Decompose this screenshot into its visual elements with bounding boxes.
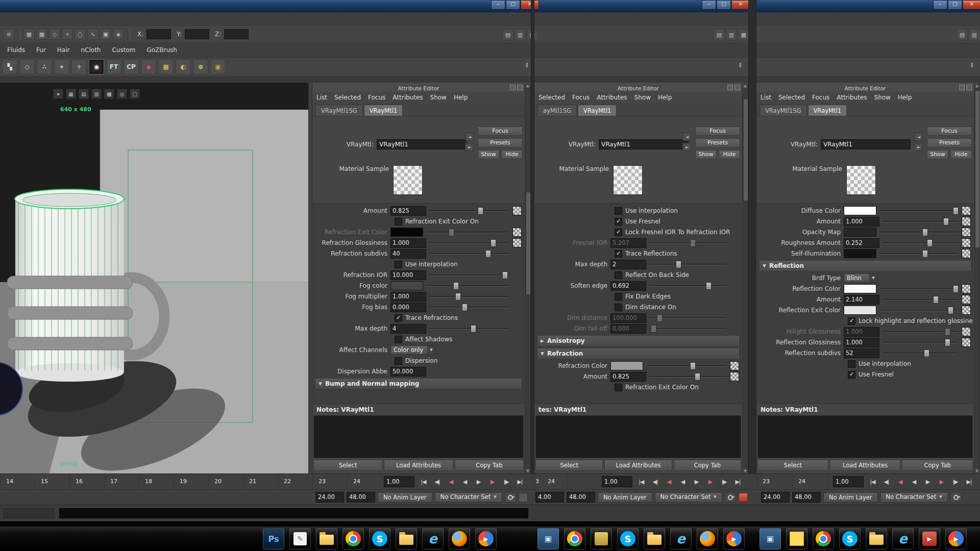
menu-help[interactable]: Help	[454, 94, 468, 101]
panel-layout-icon[interactable]: ▤	[957, 29, 968, 40]
color-swatch[interactable]	[390, 228, 423, 237]
value-field[interactable]: 1.000	[390, 238, 426, 248]
slider-handle[interactable]	[453, 282, 459, 290]
scrollbar[interactable]: ▲▼	[525, 83, 531, 473]
shelf-ft-icon[interactable]: FT	[106, 59, 121, 74]
slider[interactable]	[883, 337, 958, 347]
step-forward-key-button[interactable]: ▶	[703, 475, 717, 488]
step-back-key-button[interactable]: ◀	[444, 475, 458, 488]
panel-header[interactable]: Attribute Editor	[312, 83, 525, 92]
checkbox-refraction-exit-color-on[interactable]	[395, 218, 402, 226]
slider[interactable]	[649, 313, 726, 323]
shelf-tab-gozbrush[interactable]: GoZBrush	[141, 45, 182, 55]
go-to-end-button[interactable]: ▶|	[731, 475, 745, 488]
chrome-icon[interactable]	[813, 528, 834, 549]
viewport-toolbar-icon[interactable]: □	[130, 89, 140, 99]
notes-area[interactable]	[757, 415, 973, 458]
color-swatch[interactable]	[844, 284, 876, 293]
menu-selected[interactable]: Selected	[778, 94, 805, 101]
shelf-tab-hair[interactable]: Hair	[52, 45, 75, 55]
value-field[interactable]: 100.000	[610, 313, 646, 323]
menu-help[interactable]: Help	[658, 94, 672, 101]
scrollbar[interactable]: ▲▼	[974, 83, 980, 473]
app-icon-gold[interactable]	[591, 528, 612, 549]
load-attributes-button[interactable]: Load Attributes	[604, 460, 672, 471]
step-back-key-button[interactable]: ◀	[893, 475, 907, 488]
material-sample-swatch[interactable]	[613, 165, 643, 195]
value-field[interactable]: 2	[610, 260, 646, 269]
range-start-field[interactable]: 24.00	[761, 492, 790, 503]
panel-detach-icon[interactable]	[734, 85, 740, 90]
hide-button[interactable]: Hide	[719, 150, 740, 159]
shelf-particles-icon[interactable]: ∴	[37, 59, 52, 74]
step-forward-key-button[interactable]: ▶	[485, 475, 499, 488]
current-time-field[interactable]: 1.00	[384, 476, 414, 487]
slider-handle[interactable]	[485, 250, 491, 258]
menu-help[interactable]: Help	[898, 94, 912, 101]
slider[interactable]	[883, 238, 958, 248]
slider-handle[interactable]	[690, 362, 696, 370]
slider-handle[interactable]	[491, 239, 496, 247]
menu-selected[interactable]: Selected	[538, 94, 565, 101]
folder-icon[interactable]	[866, 528, 887, 549]
coord-input[interactable]	[224, 29, 249, 39]
presets-button[interactable]: Presets	[695, 138, 740, 147]
value-field[interactable]: 0.692	[610, 281, 646, 291]
panel-menu-icon[interactable]	[959, 85, 965, 90]
texture-map-button[interactable]	[730, 361, 739, 370]
value-field[interactable]: 40	[390, 249, 426, 259]
command-line-mode-button[interactable]	[3, 508, 54, 518]
menu-focus[interactable]: Focus	[812, 94, 829, 101]
texture-map-button[interactable]	[962, 306, 971, 315]
select-button[interactable]: Select	[313, 460, 382, 471]
select-button[interactable]: Select	[757, 460, 828, 471]
slider-handle[interactable]	[502, 271, 508, 279]
node-name-field[interactable]: VRayMtl1	[377, 139, 467, 149]
menu-list[interactable]: List	[316, 94, 327, 101]
texture-map-button[interactable]	[962, 284, 971, 293]
slider-handle[interactable]	[478, 207, 483, 215]
menu-show[interactable]: Show	[430, 94, 447, 101]
value-field[interactable]: 4	[390, 324, 426, 334]
dropdown-brdf-type[interactable]: Blinn▼	[844, 273, 877, 283]
focus-button[interactable]: Focus	[478, 127, 523, 136]
slider-handle[interactable]	[651, 325, 656, 333]
firefox-icon[interactable]	[449, 528, 470, 549]
slider[interactable]	[429, 302, 509, 312]
step-forward-frame-button[interactable]: |▶	[499, 475, 513, 488]
menu-attributes[interactable]: Attributes	[837, 94, 867, 101]
go-to-start-button[interactable]: |◀	[416, 475, 430, 488]
slider[interactable]	[883, 327, 958, 337]
panel-detach-icon[interactable]	[517, 85, 523, 90]
shelf-tab-custom[interactable]: Custom	[107, 45, 140, 55]
slider[interactable]	[649, 238, 726, 248]
panel-layout-icon[interactable]: ▤	[502, 29, 513, 40]
slider-handle[interactable]	[927, 239, 933, 247]
panel-menu-icon[interactable]	[510, 85, 516, 90]
value-field[interactable]: 5.207	[610, 238, 646, 248]
value-field[interactable]: 52	[844, 348, 879, 358]
color-swatch[interactable]	[844, 306, 876, 315]
slider-handle[interactable]	[948, 307, 953, 314]
material-sample-swatch[interactable]	[393, 165, 423, 195]
skype-icon[interactable]: S	[617, 528, 639, 549]
menu-focus[interactable]: Focus	[368, 94, 385, 101]
show-button[interactable]: Show	[695, 150, 717, 159]
firefox-icon[interactable]	[697, 528, 718, 549]
menu-selected[interactable]: Selected	[334, 94, 361, 101]
shelf-rings-icon[interactable]: ⊕	[193, 59, 208, 74]
slider[interactable]	[879, 206, 958, 216]
slider-handle[interactable]	[953, 207, 959, 215]
step-back-frame-button[interactable]: ◀|	[879, 475, 893, 488]
tab-vraymtl1sg[interactable]: VRayMtl1SG	[315, 105, 363, 116]
character-set-dropdown[interactable]: No Character Set▼	[655, 492, 722, 503]
texture-map-button[interactable]	[512, 238, 522, 247]
current-time-field[interactable]: 1.00	[833, 476, 864, 487]
slider[interactable]	[879, 305, 958, 315]
slider[interactable]	[429, 291, 509, 302]
menu-toggle-icon[interactable]: ≡	[3, 29, 14, 40]
step-forward-key-button[interactable]: ▶	[935, 475, 948, 488]
slider-handle[interactable]	[462, 304, 468, 311]
menu-attributes[interactable]: Attributes	[597, 94, 627, 101]
prev-node-icon[interactable]: ◄	[465, 133, 474, 141]
